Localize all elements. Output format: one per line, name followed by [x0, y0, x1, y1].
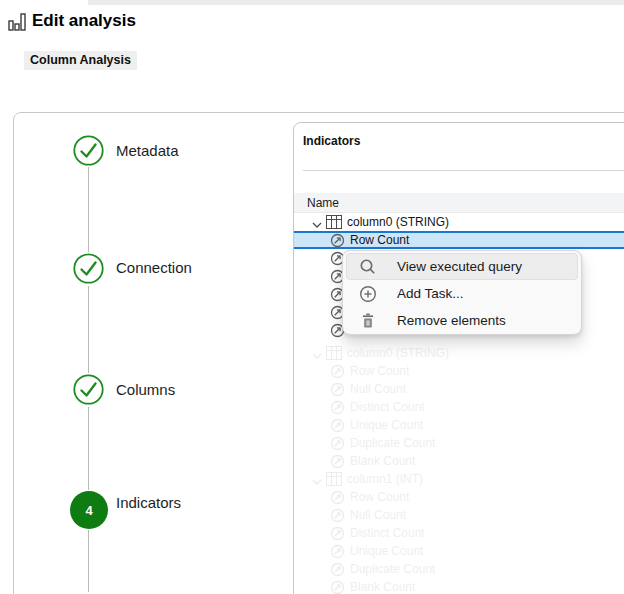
indicator-icon	[330, 382, 345, 397]
step-number: 4	[85, 503, 92, 518]
top-tab-strip	[88, 0, 624, 5]
step-connector	[88, 167, 89, 252]
ghost-row: Duplicate Count	[294, 434, 624, 452]
bar-chart-icon	[8, 13, 26, 31]
tree-row-label: Row Count	[350, 233, 409, 247]
indicator-icon	[330, 580, 345, 594]
table-icon	[326, 472, 342, 486]
ghost-row: Row Count	[294, 362, 624, 380]
ghost-row: Blank Count	[294, 452, 624, 470]
indicator-icon	[330, 562, 345, 577]
menu-item-label: Remove elements	[397, 313, 506, 328]
ghost-row: Unique Count	[294, 416, 624, 434]
menu-item-add-task[interactable]: Add Task...	[346, 280, 578, 307]
menu-item-label: View executed query	[397, 259, 522, 274]
menu-item-label: Add Task...	[397, 286, 464, 301]
ghost-row: Null Count	[294, 380, 624, 398]
panel-separator	[303, 170, 624, 171]
tree-column-header: Name	[294, 193, 624, 213]
check-circle-icon	[73, 253, 104, 284]
indicator-icon	[330, 233, 345, 248]
menu-item-view-executed-query[interactable]: View executed query	[346, 253, 578, 280]
page-title: Edit analysis	[32, 11, 136, 31]
chevron-down-icon	[312, 349, 322, 357]
ghost-row: Distinct Count	[294, 398, 624, 416]
indicator-icon	[330, 454, 345, 469]
step-label-metadata: Metadata	[116, 142, 179, 160]
indicator-icon	[330, 364, 345, 379]
chevron-down-icon	[312, 475, 322, 483]
indicator-icon	[330, 418, 345, 433]
panel-title: Indicators	[303, 134, 360, 148]
check-circle-icon	[73, 374, 104, 405]
step-metadata[interactable]	[73, 135, 104, 166]
ghost-row: column0 (STRING)	[294, 344, 624, 362]
step-connector	[88, 530, 89, 592]
ghost-row: Duplicate Count	[294, 560, 624, 578]
tab-column-analysis[interactable]: Column Analysis	[24, 51, 137, 70]
chevron-down-icon[interactable]	[312, 218, 322, 226]
indicators-panel: Indicators Name column0 (STRING)	[293, 122, 624, 594]
step-columns[interactable]	[73, 374, 104, 405]
indicator-icon	[330, 508, 345, 523]
step-connection[interactable]	[73, 253, 104, 284]
step-number-badge: 4	[70, 491, 108, 529]
ghost-row: column1 (INT)	[294, 470, 624, 488]
table-icon	[326, 346, 342, 360]
trash-icon	[359, 312, 377, 330]
step-connector	[88, 407, 89, 490]
ghost-row: Null Count	[294, 506, 624, 524]
tree-row-label: column0 (STRING)	[347, 215, 449, 229]
ghost-row: Unique Count	[294, 542, 624, 560]
ghost-row: Distinct Count	[294, 524, 624, 542]
tree-row-row-count[interactable]: Row Count	[294, 231, 624, 249]
step-indicators[interactable]: 4	[70, 491, 108, 529]
indicator-icon	[330, 436, 345, 451]
step-label-columns: Columns	[116, 381, 175, 399]
step-connector	[88, 286, 89, 373]
ghost-row: Row Count	[294, 488, 624, 506]
indicator-icon	[330, 400, 345, 415]
step-label-indicators: Indicators	[116, 494, 181, 512]
circle-plus-icon	[359, 285, 377, 303]
ghost-row: Blank Count	[294, 578, 624, 594]
indicator-icon	[330, 526, 345, 541]
tree-row-column0[interactable]: column0 (STRING)	[294, 213, 624, 231]
indicator-icon	[330, 490, 345, 505]
check-circle-icon	[73, 135, 104, 166]
magnifier-icon	[359, 258, 377, 276]
tree-header-name: Name	[307, 196, 339, 210]
table-icon	[326, 215, 342, 229]
menu-item-remove-elements[interactable]: Remove elements	[346, 307, 578, 334]
step-label-connection: Connection	[116, 259, 192, 277]
context-menu: View executed query Add Task... Remove e…	[342, 250, 582, 335]
indicator-icon	[330, 544, 345, 559]
